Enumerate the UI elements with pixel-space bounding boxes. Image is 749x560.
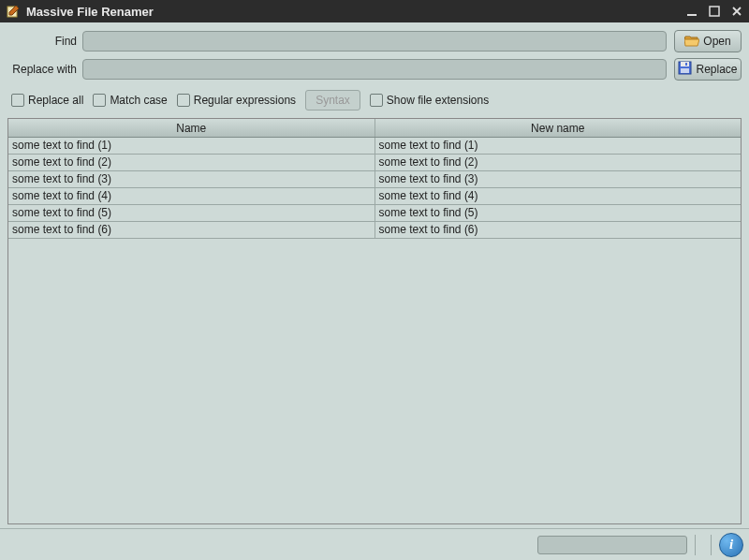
cell-name: some text to find (3)	[8, 171, 375, 187]
table-row[interactable]: some text to find (2)some text to find (…	[8, 155, 741, 171]
cell-name: some text to find (4)	[8, 188, 375, 204]
maximize-button[interactable]	[708, 5, 721, 18]
show-ext-checkbox[interactable]: Show file extensions	[370, 94, 489, 107]
status-field	[537, 536, 687, 554]
table-row[interactable]: some text to find (1)some text to find (…	[8, 138, 741, 155]
checkbox-icon	[177, 94, 190, 107]
replace-label: Replace with	[7, 63, 82, 76]
checkbox-icon	[93, 94, 106, 107]
table-row[interactable]: some text to find (6)some text to find (…	[8, 222, 741, 239]
regex-label: Regular expressions	[194, 94, 296, 107]
svg-rect-4	[681, 62, 689, 66]
titlebar: Massive File Renamer	[0, 0, 749, 22]
separator	[711, 535, 712, 555]
checkbox-icon	[370, 94, 383, 107]
window-title: Massive File Renamer	[26, 5, 685, 19]
svg-rect-5	[685, 63, 687, 66]
col-header-name[interactable]: Name	[8, 119, 375, 137]
replace-button[interactable]: Replace	[674, 58, 742, 81]
cell-new-name: some text to find (2)	[375, 155, 742, 170]
options-row: Replace all Match case Regular expressio…	[11, 90, 742, 111]
show-ext-label: Show file extensions	[387, 94, 489, 107]
window-controls	[685, 5, 743, 18]
replace-all-checkbox[interactable]: Replace all	[11, 94, 83, 107]
folder-open-icon	[684, 34, 699, 50]
cell-name: some text to find (5)	[8, 205, 375, 221]
find-row: Find Open	[7, 30, 742, 52]
cell-new-name: some text to find (6)	[375, 222, 742, 238]
close-button[interactable]	[730, 5, 743, 18]
cell-name: some text to find (1)	[8, 138, 375, 154]
match-case-label: Match case	[110, 94, 167, 107]
app-icon	[6, 4, 21, 19]
info-icon: i	[729, 537, 733, 553]
find-label: Find	[7, 35, 82, 48]
minimize-button[interactable]	[685, 5, 698, 18]
table-row[interactable]: some text to find (4)some text to find (…	[8, 188, 741, 205]
statusbar: i	[0, 528, 749, 560]
table-body: some text to find (1)some text to find (…	[8, 138, 741, 523]
cell-new-name: some text to find (4)	[375, 188, 742, 204]
replace-button-label: Replace	[696, 63, 737, 76]
checkbox-icon	[11, 94, 24, 107]
app-window: Massive File Renamer Find	[0, 0, 749, 560]
regex-checkbox[interactable]: Regular expressions	[177, 94, 296, 107]
svg-rect-6	[681, 68, 689, 73]
open-button[interactable]: Open	[674, 30, 742, 52]
svg-rect-2	[710, 7, 719, 16]
table-row[interactable]: some text to find (5)some text to find (…	[8, 205, 741, 222]
client-area: Find Open Replace with	[0, 22, 749, 528]
about-button[interactable]: i	[719, 533, 743, 557]
find-input[interactable]	[82, 31, 667, 52]
match-case-checkbox[interactable]: Match case	[93, 94, 167, 107]
separator	[695, 535, 696, 555]
table-header: Name New name	[8, 119, 741, 138]
cell-new-name: some text to find (5)	[375, 205, 742, 221]
open-button-label: Open	[703, 35, 730, 48]
cell-new-name: some text to find (3)	[375, 171, 742, 187]
cell-name: some text to find (2)	[8, 155, 375, 170]
replace-all-label: Replace all	[28, 94, 83, 107]
svg-rect-1	[687, 14, 697, 16]
save-icon	[678, 61, 692, 78]
col-header-new-name[interactable]: New name	[375, 119, 742, 137]
replace-row: Replace with Replace	[7, 58, 742, 81]
replace-input[interactable]	[82, 59, 667, 80]
file-table: Name New name some text to find (1)some …	[7, 118, 742, 524]
syntax-button[interactable]: Syntax	[305, 90, 360, 111]
cell-name: some text to find (6)	[8, 222, 375, 238]
cell-new-name: some text to find (1)	[375, 138, 742, 154]
table-row[interactable]: some text to find (3)some text to find (…	[8, 171, 741, 188]
